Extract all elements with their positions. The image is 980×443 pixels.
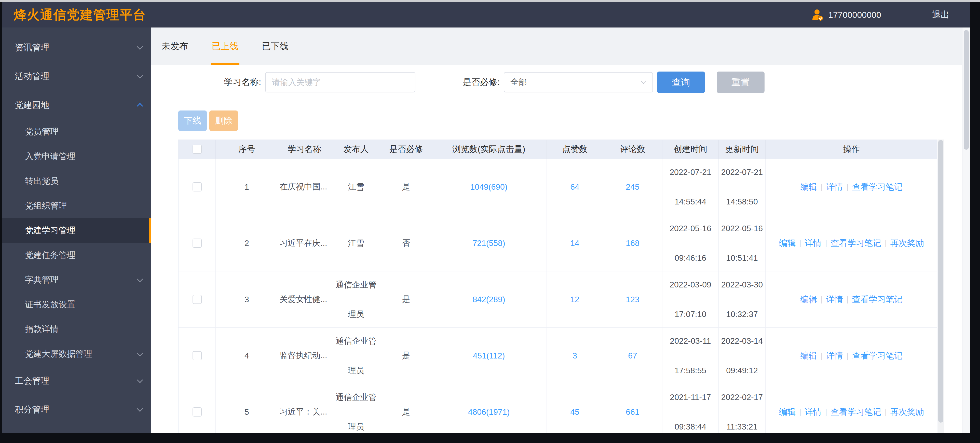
action-link-0[interactable]: 编辑 (779, 238, 795, 249)
cell-likes: 3 (547, 328, 603, 384)
sidebar-item-dictionary[interactable]: 字典管理 (2, 268, 151, 292)
action-link-1[interactable]: 详情 (805, 406, 822, 418)
sidebar-item-task[interactable]: 党建任务管理 (2, 243, 151, 268)
sidebar-item-party-garden[interactable]: 党建园地 (2, 91, 151, 119)
cell-index: 3 (216, 272, 278, 327)
cell-actions: 编辑|详情|查看学习笔记|再次奖励 (765, 215, 937, 271)
sidebar-item-activity[interactable]: 活动管理 (2, 62, 151, 91)
sidebar-item-news[interactable]: 资讯管理 (2, 33, 151, 62)
window-top-edge (0, 0, 980, 2)
header-right-group: 17700000000 退出 (811, 8, 950, 21)
sidebar-item-label: 党员管理 (25, 126, 59, 138)
cell-updated-time-line: 2022-02-17 (721, 393, 763, 401)
action-link-0[interactable]: 编辑 (800, 181, 817, 193)
action-link-3[interactable]: 再次奖励 (890, 238, 924, 249)
search-button[interactable]: 查询 (657, 71, 705, 93)
views-link[interactable]: 721(558) (473, 238, 505, 248)
chevron-down-icon (137, 72, 143, 78)
sidebar-item-donation[interactable]: 捐款详情 (2, 317, 151, 342)
action-link-1[interactable]: 详情 (826, 181, 843, 193)
tab-online[interactable]: 已上线 (212, 27, 239, 65)
cell-created-time: 2021-11-1709:38:44 (662, 384, 719, 433)
action-separator: | (885, 239, 887, 248)
comments-link[interactable]: 168 (626, 238, 639, 248)
comments-link[interactable]: 67 (628, 351, 637, 360)
action-link-2[interactable]: 查看学习笔记 (852, 181, 902, 193)
cell-created-time-line: 2022-03-11 (670, 337, 711, 345)
sidebar-item-join-apply[interactable]: 入党申请管理 (2, 144, 151, 169)
cell-likes: 12 (547, 272, 603, 327)
action-link-3[interactable]: 再次奖励 (890, 406, 924, 418)
cell-index: 2 (216, 215, 278, 271)
views-link[interactable]: 1049(690) (470, 182, 508, 192)
comments-link[interactable]: 123 (626, 295, 639, 304)
cell-updated-time-line: 2022-05-16 (721, 224, 763, 232)
sidebar-item-points[interactable]: 积分管理 (2, 395, 151, 424)
action-link-2[interactable]: 查看学习笔记 (831, 238, 881, 249)
platform-title: 烽火通信党建管理平台 (14, 6, 146, 24)
reset-button[interactable]: 重置 (717, 71, 765, 93)
row-checkbox[interactable] (192, 238, 202, 248)
action-link-1[interactable]: 详情 (805, 238, 822, 249)
views-link[interactable]: 4806(1971) (468, 407, 510, 417)
cell-publisher-line: 江雪 (348, 239, 364, 247)
cell-publisher: 江雪 (331, 215, 381, 271)
actions-links: 编辑|详情|查看学习笔记|再次奖励 (779, 238, 924, 249)
likes-link[interactable]: 64 (570, 182, 579, 192)
sidebar-item-label: 资讯管理 (15, 42, 49, 54)
sidebar-item-certificate[interactable]: 证书发放设置 (2, 292, 151, 317)
header-cell-4: 浏览数(实际点击量) (431, 140, 547, 159)
action-link-0[interactable]: 编辑 (800, 294, 817, 305)
likes-link[interactable]: 12 (570, 295, 579, 304)
sidebar-item-union[interactable]: 工会管理 (2, 366, 151, 395)
action-link-0[interactable]: 编辑 (800, 350, 817, 362)
views-link[interactable]: 842(289) (473, 295, 505, 304)
table-scrollbar-thumb[interactable] (938, 140, 943, 422)
likes-link[interactable]: 14 (570, 238, 579, 248)
likes-link[interactable]: 3 (573, 351, 577, 360)
likes-link[interactable]: 45 (570, 407, 579, 417)
sidebar-item-member[interactable]: 党员管理 (2, 119, 151, 144)
cell-comments: 123 (603, 272, 662, 327)
main-area: 资讯管理活动管理党建园地党员管理入党申请管理转出党员党组织管理党建学习管理党建任… (2, 27, 970, 433)
action-link-2[interactable]: 查看学习笔记 (852, 294, 902, 305)
row-checkbox[interactable] (192, 295, 202, 304)
action-separator: | (846, 351, 849, 360)
table-row-3: 3关爱女性健...通信企业管理员是842(289)121232022-03-09… (178, 271, 937, 327)
select-all-checkbox[interactable] (192, 144, 202, 154)
header-cell-8: 更新时间 (719, 140, 765, 159)
table-scrollbar[interactable] (938, 140, 944, 433)
action-link-0[interactable]: 编辑 (779, 406, 795, 418)
cell-updated-time: 2022-02-1711:33:21 (719, 384, 765, 433)
sidebar-item-big-screen[interactable]: 党建大屏数据管理 (2, 342, 151, 366)
action-link-2[interactable]: 查看学习笔记 (831, 406, 881, 418)
sidebar-item-transfer-out[interactable]: 转出党员 (2, 169, 151, 194)
tab-offline[interactable]: 已下线 (262, 27, 288, 65)
row-checkbox[interactable] (192, 351, 202, 360)
required-select[interactable]: 全部 (504, 72, 653, 92)
comments-link[interactable]: 661 (626, 407, 639, 417)
page-scrollbar[interactable] (962, 27, 970, 433)
logout-button[interactable]: 退出 (932, 9, 950, 21)
action-link-2[interactable]: 查看学习笔记 (852, 350, 902, 362)
cell-created-time-line: 17:07:10 (675, 310, 706, 318)
cell-created-time-lines: 2022-07-2114:55:44 (670, 168, 711, 206)
sidebar-item-message[interactable]: 消息管理 (2, 424, 151, 433)
chevron-down-icon (137, 43, 143, 50)
sidebar-item-study[interactable]: 党建学习管理 (2, 218, 151, 243)
action-separator: | (821, 183, 822, 191)
chevron-down-icon (641, 79, 646, 84)
action-link-1[interactable]: 详情 (826, 294, 843, 305)
sidebar-item-organization[interactable]: 党组织管理 (2, 194, 151, 218)
offline-button[interactable]: 下线 (178, 111, 207, 131)
tab-unpublished[interactable]: 未发布 (161, 27, 188, 65)
delete-button[interactable]: 删除 (209, 111, 238, 131)
row-checkbox[interactable] (192, 407, 202, 416)
row-checkbox[interactable] (192, 182, 202, 191)
views-link[interactable]: 451(112) (473, 351, 505, 360)
page-scrollbar-thumb[interactable] (964, 30, 969, 150)
cell-checkbox (178, 328, 216, 384)
comments-link[interactable]: 245 (626, 182, 639, 192)
action-link-1[interactable]: 详情 (826, 350, 843, 362)
study-name-input[interactable] (265, 72, 415, 92)
